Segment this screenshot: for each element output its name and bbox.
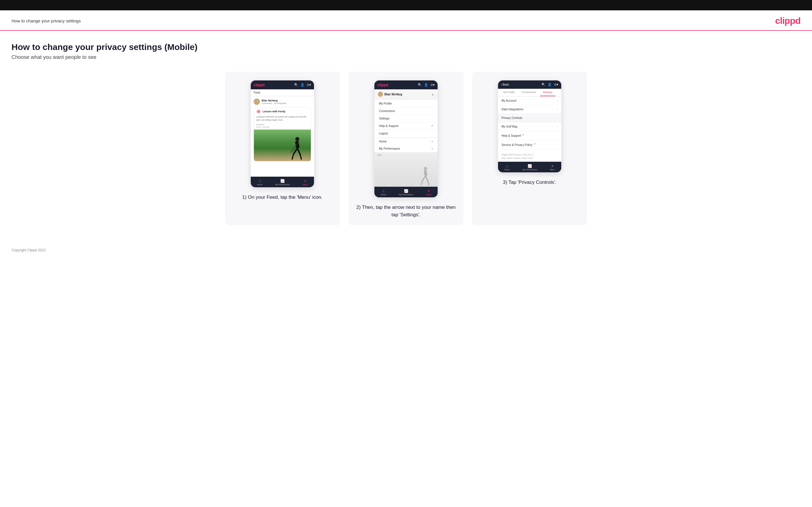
header-title: How to change your privacy settings: [11, 18, 81, 23]
dropdown-my-profile[interactable]: My Profile: [374, 100, 438, 107]
phone2-backdrop: APP: [374, 152, 438, 187]
copyright-text: Copyright Clippd 2022: [11, 248, 46, 252]
tab-settings[interactable]: Settings: [540, 89, 555, 96]
post-image: [254, 129, 311, 161]
home-icon: ⌂: [506, 164, 508, 168]
phone-1-mockup: clippd 🔍 👤 ⊙▾ Feed Blair McHarg: [251, 80, 314, 187]
chevron-up-icon: ▲: [431, 93, 434, 96]
phone3-bottom-nav: ⌂ Home 📈 My Performance ≡ Menu: [498, 162, 561, 172]
step-3-card: ‹ Back 🔍 👤 ⊙▾ My Profile Connections Set…: [472, 72, 587, 225]
nav-home-label: Home: [257, 183, 262, 185]
svg-point-7: [424, 167, 427, 170]
nav-home: ⌂ Home: [381, 189, 386, 195]
avatar: [254, 99, 260, 105]
post-title: Lesson with Fordy: [262, 110, 286, 113]
svg-point-0: [295, 137, 299, 141]
nav-performance: 📈 My Performance: [275, 179, 290, 185]
search-icon: 🔍: [294, 83, 298, 87]
svg-line-2: [294, 148, 297, 154]
dropdown-avatar: [378, 92, 383, 97]
post-description: Looking to feel like my hands are exitin…: [254, 115, 311, 123]
footer: Copyright Clippd 2022: [0, 242, 812, 258]
phone1-logo: clippd: [254, 83, 264, 87]
post-type-icon: 🎯: [256, 109, 261, 114]
backdrop-golfer: [419, 167, 432, 185]
top-bar: [0, 0, 812, 10]
phone1-bottom-nav: ⌂ Home 📈 My Performance ≡ Menu: [251, 177, 314, 187]
dropdown-logout[interactable]: Logout: [374, 130, 438, 137]
dropdown-connections[interactable]: Connections: [374, 107, 438, 115]
chevron-right-icon: ›: [557, 108, 558, 111]
phone3-icons: 🔍 👤 ⊙▾: [542, 83, 558, 87]
phone1-icons: 🔍 👤 ⊙▾: [294, 83, 311, 87]
chevron-down-icon: ▾: [432, 147, 433, 150]
phone1-body: Blair McHarg Yesterday · Sunningdale 🎯 L…: [251, 96, 314, 177]
settings-help-support[interactable]: Help & Support ↗: [498, 131, 561, 140]
phone2-logo: clippd: [377, 83, 388, 87]
chevron-right-icon: ›: [557, 125, 558, 128]
tab-my-profile[interactable]: My Profile: [500, 89, 517, 96]
step-3-caption: 3) Tap 'Privacy Controls'.: [503, 179, 557, 186]
menu-icon: ≡: [552, 164, 554, 168]
logo: clippd: [775, 15, 801, 26]
tab-connections[interactable]: Connections: [519, 89, 539, 96]
step-2-card: clippd 🔍 👤 ⊙▾ Blair McHarg ▲: [349, 72, 463, 225]
close-icon: ✕: [427, 189, 430, 193]
phone3-settings-body: My Account › Data Integrations › Privacy…: [498, 97, 561, 162]
home-icon: ⌂: [259, 179, 261, 183]
step-1-card: clippd 🔍 👤 ⊙▾ Feed Blair McHarg: [225, 72, 340, 225]
profile-icon: 👤: [548, 83, 552, 87]
dropdown-my-performance[interactable]: My Performance ▾: [374, 145, 438, 152]
dropdown-username: Blair McHarg: [378, 92, 402, 97]
page-heading: How to change your privacy settings (Mob…: [11, 42, 801, 52]
phone3-tabs: My Profile Connections Settings: [498, 89, 561, 97]
settings-privacy-controls[interactable]: Privacy Controls ›: [498, 114, 561, 122]
phone2-navbar: clippd 🔍 👤 ⊙▾: [374, 80, 438, 89]
phone-2-mockup: clippd 🔍 👤 ⊙▾ Blair McHarg ▲: [374, 80, 438, 198]
profile-icon: 👤: [424, 83, 428, 87]
phone3-navbar: ‹ Back 🔍 👤 ⊙▾: [498, 80, 561, 89]
settings-my-account[interactable]: My Account ›: [498, 97, 561, 105]
my-golf-bag-label: My Golf Bag: [502, 125, 517, 128]
post-card-header: 🎯 Lesson with Fordy: [254, 107, 311, 115]
dropdown-settings[interactable]: Settings: [374, 115, 438, 122]
phone2-icons: 🔍 👤 ⊙▾: [418, 83, 435, 87]
performance-icon: 📈: [281, 179, 285, 183]
post-user-name: Blair McHarg: [262, 99, 287, 102]
settings-my-golf-bag[interactable]: My Golf Bag ›: [498, 122, 561, 131]
nav-menu: ≡ Menu: [303, 179, 308, 185]
step-2-caption: 2) Then, tap the arrow next to your name…: [355, 204, 457, 218]
my-account-label: My Account: [502, 99, 516, 102]
dropdown-user-header: Blair McHarg ▲: [374, 89, 438, 99]
settings-service-privacy[interactable]: Service & Privacy Policy ↗: [498, 140, 561, 149]
phone-3-mockup: ‹ Back 🔍 👤 ⊙▾ My Profile Connections Set…: [498, 80, 561, 172]
post-card: 🎯 Lesson with Fordy Looking to feel like…: [254, 107, 311, 161]
svg-line-5: [300, 155, 301, 159]
svg-line-3: [297, 148, 300, 155]
dropdown-panel: Blair McHarg ▲ My Profile Connections Se…: [374, 89, 438, 152]
page-subheading: Choose what you want people to see: [11, 54, 801, 60]
external-link-icon: ↗: [534, 143, 536, 145]
chevron-right-icon: ›: [557, 99, 558, 102]
settings-data-integrations[interactable]: Data Integrations ›: [498, 105, 561, 114]
back-button[interactable]: ‹ Back: [501, 83, 509, 86]
phone1-navbar: clippd 🔍 👤 ⊙▾: [251, 80, 314, 89]
profile-icon: 👤: [301, 83, 305, 87]
home-icon: ⌂: [383, 189, 385, 193]
nav-performance: 📈 My Performance: [399, 189, 413, 195]
nav-performance: 📈 My Performance: [522, 164, 537, 171]
settings-icon: ⊙▾: [430, 83, 435, 87]
service-privacy-label: Service & Privacy Policy ↗: [502, 143, 536, 147]
search-icon: 🔍: [542, 83, 546, 87]
performance-icon: 📈: [404, 189, 408, 193]
dropdown-home[interactable]: Home ▾: [374, 138, 438, 145]
svg-rect-8: [423, 170, 427, 176]
dropdown-help-support[interactable]: Help & Support ↗: [374, 122, 438, 130]
settings-icon: ⊙▾: [554, 83, 558, 87]
nav-performance-label: My Performance: [522, 169, 537, 171]
dropdown-items: My Profile Connections Settings Help & S…: [374, 99, 438, 137]
svg-line-10: [425, 176, 428, 181]
steps-container: clippd 🔍 👤 ⊙▾ Feed Blair McHarg: [11, 72, 801, 225]
post-header: Blair McHarg Yesterday · Sunningdale: [251, 96, 314, 106]
golfer-silhouette: [289, 137, 305, 160]
